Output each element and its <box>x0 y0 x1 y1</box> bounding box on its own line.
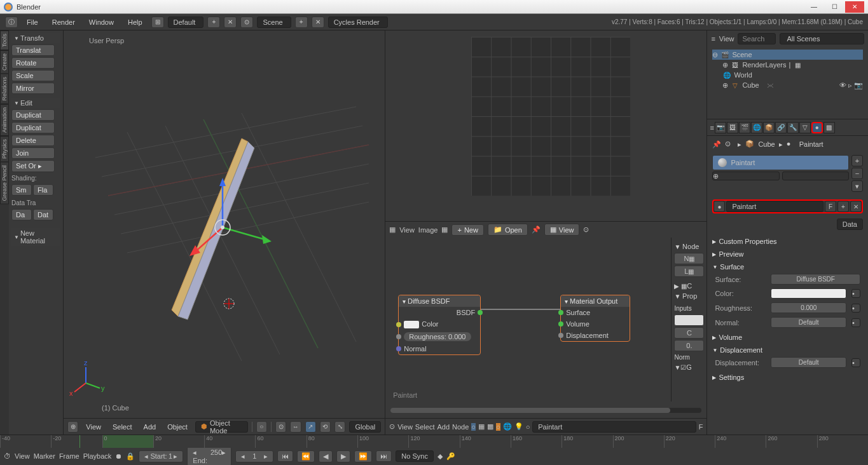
custom-properties-header[interactable]: ▶Custom Properties <box>712 236 863 246</box>
pin-icon[interactable]: 📌 <box>712 140 721 149</box>
new-image-button[interactable]: + New <box>451 224 483 236</box>
editor-type-timeline-icon[interactable]: ⏱ <box>4 452 11 460</box>
link-dropdown[interactable]: Data <box>837 219 863 230</box>
end-frame-field[interactable]: ◂ End:250▸ <box>187 447 231 466</box>
viewport-menu-add[interactable]: Add <box>140 423 160 431</box>
viewport-menu-select[interactable]: Select <box>109 423 136 431</box>
tab-texture[interactable]: ▩ <box>823 122 835 133</box>
viewport-menu-view[interactable]: View <box>82 423 105 431</box>
preview-header[interactable]: ▶Preview <box>712 249 863 259</box>
lamp-material-icon[interactable]: 💡 <box>514 422 523 431</box>
material-specials-menu[interactable]: ▾ <box>851 180 863 192</box>
menu-window[interactable]: Window <box>84 18 119 26</box>
shader-nodes-icon[interactable]: ○ <box>471 423 476 431</box>
uv-channel-icon[interactable]: ⊙ <box>583 226 589 234</box>
lock-icon[interactable]: 🔒 <box>126 452 135 461</box>
image-browse-icon[interactable]: ▦ <box>441 226 448 234</box>
toolshelf-tab-tools[interactable]: Tools <box>0 30 9 50</box>
editor-type-outliner-icon[interactable]: ≡ <box>711 35 715 43</box>
uv-menu-view[interactable]: View <box>399 226 415 234</box>
volume-header[interactable]: ▶Volume <box>712 332 863 342</box>
toolshelf-tab-animation[interactable]: Animation <box>0 104 9 136</box>
c-button[interactable]: C <box>674 327 704 339</box>
tab-render[interactable]: 📷 <box>715 122 726 133</box>
manipulator-icon[interactable]: ↔ <box>290 421 301 433</box>
duplicate-linked-button[interactable]: Duplicat <box>11 122 55 133</box>
pin-icon[interactable]: 📌 <box>532 226 541 234</box>
tab-constraints[interactable]: 🔗 <box>775 122 787 133</box>
manipulator-translate-icon[interactable]: ↗ <box>305 421 316 433</box>
jump-start-button[interactable]: ⏮ <box>277 450 293 462</box>
f-fake-user[interactable]: F <box>699 423 703 431</box>
jump-end-button[interactable]: ⏭ <box>376 450 392 462</box>
manipulator-rotate-icon[interactable]: ⟲ <box>320 421 331 433</box>
viewport-menu-object[interactable]: Object <box>163 423 191 431</box>
object-material-icon[interactable]: ○ <box>496 423 500 431</box>
mat-browse-icon[interactable]: ○ <box>526 423 530 431</box>
editor-type-3dview-icon[interactable]: ⊕ <box>67 421 78 433</box>
outliner-renderlayers-row[interactable]: ⊕🖼RenderLayers | ▦ <box>712 60 863 70</box>
editor-type-node-icon[interactable]: ⊙ <box>389 422 395 431</box>
tab-material[interactable]: ● <box>811 122 823 133</box>
auto-keyframe-icon[interactable]: ⏺ <box>115 452 122 460</box>
material-slot[interactable]: Paintart <box>712 155 849 170</box>
timeline-menu-marker[interactable]: Marker <box>34 452 55 460</box>
duplicate-button[interactable]: Duplicat <box>11 109 55 121</box>
transform-panel-header[interactable]: ▼Transfo <box>11 33 60 43</box>
tab-render-layers[interactable]: 🖼 <box>727 122 738 133</box>
scene-dropdown[interactable]: Scene <box>257 17 291 28</box>
layout-add-icon[interactable]: + <box>207 17 220 28</box>
n-button[interactable]: N ▦ <box>674 253 704 264</box>
new-material-panel[interactable]: ▼New Material <box>11 228 60 246</box>
tab-world[interactable]: 🌐 <box>751 122 762 133</box>
close-button[interactable]: ✕ <box>845 1 864 13</box>
uv-menu-image[interactable]: Image <box>418 226 438 234</box>
data-layout-button[interactable]: Dat <box>33 209 53 220</box>
screen-layout-icon[interactable]: ⊞ <box>151 17 164 28</box>
tab-scene[interactable]: 🎬 <box>739 122 750 133</box>
material-browse-icon[interactable]: ● <box>713 201 725 212</box>
menu-render[interactable]: Render <box>47 18 80 26</box>
timeline-menu-playback[interactable]: Playback <box>83 452 112 460</box>
color-field[interactable] <box>771 288 846 299</box>
roughness-input[interactable]: Roughness: 0.000 <box>399 330 480 343</box>
sync-dropdown[interactable]: No Sync <box>396 450 434 462</box>
compositor-nodes-icon[interactable]: ▦ <box>478 422 485 431</box>
edit-panel-header[interactable]: ▼Edit <box>11 98 60 108</box>
set-origin-button[interactable]: Set Or ▸ <box>11 160 55 172</box>
color-input[interactable]: Color <box>399 318 480 330</box>
outliner-search[interactable]: Search <box>738 33 776 44</box>
material-name-field[interactable]: Paintart <box>726 201 823 212</box>
scale-button[interactable]: Scale <box>11 70 55 81</box>
outliner-world-row[interactable]: 🌐World <box>712 70 863 80</box>
add-material-slot[interactable]: + <box>851 155 863 166</box>
smooth-shading-button[interactable]: Sm <box>11 184 32 196</box>
mode-dropdown[interactable]: ⬢ Object Mode <box>195 421 248 433</box>
node-menu-node[interactable]: Node <box>452 423 469 431</box>
delete-button[interactable]: Delete <box>11 135 55 146</box>
editor-type-props-icon[interactable]: ≡ <box>710 124 713 131</box>
tab-data[interactable]: ▽ <box>799 122 811 133</box>
surface-header[interactable]: ▼Surface <box>712 262 863 272</box>
play-reverse-button[interactable]: ◀ <box>319 450 333 462</box>
flat-shading-button[interactable]: Fla <box>33 184 53 196</box>
l-button[interactable]: L ▦ <box>674 266 704 277</box>
new-material-button[interactable]: + <box>837 201 849 212</box>
normal-input[interactable]: Normal <box>399 343 480 354</box>
volume-input[interactable]: Volume <box>561 318 630 330</box>
timeline-cursor[interactable] <box>79 435 80 448</box>
data-button[interactable]: Da <box>11 209 32 220</box>
keyframe-type-icon[interactable]: ◆ <box>437 452 443 461</box>
orientation-dropdown[interactable]: Global <box>349 421 381 433</box>
mirror-button[interactable]: Mirror <box>11 83 55 94</box>
scene-remove-icon[interactable]: ✕ <box>312 17 324 28</box>
texture-nodes-icon[interactable]: ▩ <box>487 422 493 431</box>
translate-button[interactable]: Translat <box>11 44 55 56</box>
surface-shader-dropdown[interactable]: Diffuse BSDF <box>771 274 860 285</box>
current-frame-field[interactable]: ◂1▸ <box>235 450 273 462</box>
node-scrollbar[interactable] <box>390 408 701 413</box>
layout-remove-icon[interactable]: ✕ <box>224 17 237 28</box>
uv-image-editor[interactable] <box>385 30 706 221</box>
manipulator-scale-icon[interactable]: ⤡ <box>334 421 345 433</box>
shading-mode-icon[interactable]: ○ <box>256 421 267 433</box>
